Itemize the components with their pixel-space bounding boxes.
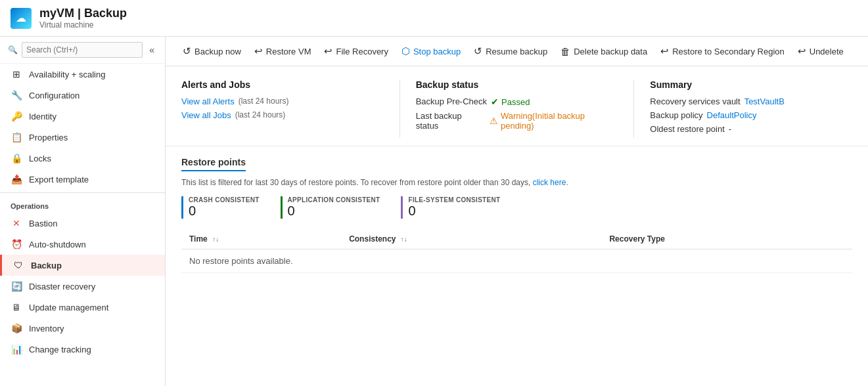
crash-value: 0 [189,204,260,219]
inventory-icon: 📦 [11,322,22,334]
file-recovery-button[interactable]: ↩ File Recovery [317,42,394,60]
sidebar-item-label: Locks [29,154,51,163]
undelete-button[interactable]: ↩ Undelete [791,42,850,60]
view-all-jobs-link[interactable]: View all Jobs [181,110,231,120]
restore-vm-button[interactable]: ↩ Restore VM [248,42,318,60]
search-container: 🔍 « [0,37,165,64]
time-column-header: Time ↑↓ [181,229,341,249]
fs-consistent-stat: FILE-SYSTEM CONSISTENT 0 [401,196,500,219]
locks-icon: 🔒 [11,152,22,164]
page-title: myVM | Backup [39,7,127,20]
last-backup-row: Last backup status ⚠ Warning(Initial bac… [416,111,618,131]
app-label: APPLICATION CONSISTENT [288,196,380,204]
fs-label: FILE-SYSTEM CONSISTENT [408,196,500,204]
stop-backup-icon: ⬡ [401,45,410,57]
time-sort-icon[interactable]: ↑↓ [212,236,219,243]
search-icon: 🔍 [8,45,18,54]
passed-icon: ✔ [491,96,499,107]
backup-status-title: Backup status [416,79,618,90]
delete-backup-data-button[interactable]: 🗑 Delete backup data [554,43,654,60]
backup-icon: 🛡 [12,259,24,271]
summary-panel: Summary Recovery services vault TestVaul… [650,79,852,138]
sidebar-item-change-tracking[interactable]: 📊 Change tracking [0,339,165,360]
table-header-row: Time ↑↓ Consistency ↑↓ Recovery Type [181,229,852,249]
sidebar-item-auto-shutdown[interactable]: ⏰ Auto-shutdown [0,234,165,255]
sidebar-item-label: Bastion [29,219,57,228]
click-here-link[interactable]: click here. [533,178,568,187]
stats-row: CRASH CONSISTENT 0 APPLICATION CONSISTEN… [181,196,852,219]
vm-icon: ☁ [11,8,32,29]
sidebar-item-label: Availability + scaling [29,70,105,79]
sidebar-item-backup[interactable]: 🛡 Backup [0,255,165,276]
sidebar: 🔍 « ⊞ Availability + scaling 🔧 Configura… [0,37,166,386]
restore-points-table: Time ↑↓ Consistency ↑↓ Recovery Type [181,229,852,273]
sidebar-item-properties[interactable]: 📋 Properties [0,127,165,148]
last-backup-value: ⚠ Warning(Initial backup pending) [490,111,618,131]
alerts-note: (last 24 hours) [239,96,289,106]
page-subtitle: Virtual machine [39,20,127,30]
sidebar-item-identity[interactable]: 🔑 Identity [0,106,165,127]
sidebar-settings-group: ⊞ Availability + scaling 🔧 Configuration… [0,64,165,190]
precheck-row: Backup Pre-Check ✔ Passed [416,96,618,107]
page-header: ☁ myVM | Backup Virtual machine [0,0,868,37]
crash-consistent-stat: CRASH CONSISTENT 0 [181,196,260,219]
sidebar-item-export-template[interactable]: 📤 Export template [0,169,165,190]
resume-backup-icon: ↺ [474,45,482,57]
oldest-row: Oldest restore point - [650,124,852,134]
identity-icon: 🔑 [11,110,22,122]
alerts-jobs-panel: Alerts and Jobs View all Alerts (last 24… [181,79,384,138]
oldest-label: Oldest restore point [650,124,724,134]
summary-title: Summary [650,79,852,90]
sidebar-item-configuration[interactable]: 🔧 Configuration [0,85,165,106]
sidebar-item-inventory[interactable]: 📦 Inventory [0,318,165,339]
vault-link[interactable]: TestVaultB [744,96,785,106]
sidebar-item-label: Change tracking [29,345,91,354]
restore-points-section: Restore points This list is filtered for… [166,146,868,284]
change-tracking-icon: 📊 [11,343,22,355]
sidebar-item-label: Backup [31,261,62,270]
toolbar: ↺ Backup now ↩ Restore VM ↩ File Recover… [166,37,868,66]
resume-backup-button[interactable]: ↺ Resume backup [467,42,554,60]
sidebar-item-label: Update management [29,303,108,312]
panel-divider-1 [400,79,400,138]
restore-secondary-region-button[interactable]: ↩ Restore to Secondary Region [654,42,791,60]
sidebar-item-disaster-recovery[interactable]: 🔄 Disaster recovery [0,276,165,297]
policy-row: Backup policy DefaultPolicy [650,110,852,120]
view-all-alerts-link[interactable]: View all Alerts [181,96,235,106]
no-data-message: No restore points available. [181,249,852,273]
sidebar-item-bastion[interactable]: ✕ Bastion [0,213,165,234]
bastion-icon: ✕ [11,217,22,229]
crash-label: CRASH CONSISTENT [189,196,260,204]
main-content: ↺ Backup now ↩ Restore VM ↩ File Recover… [166,37,868,386]
backup-now-button[interactable]: ↺ Backup now [176,42,248,60]
configuration-icon: 🔧 [11,89,22,101]
sidebar-item-locks[interactable]: 🔒 Locks [0,148,165,169]
sidebar-item-label: Auto-shutdown [29,240,86,249]
alerts-jobs-title: Alerts and Jobs [181,79,384,90]
app-value: 0 [288,204,380,219]
restore-secondary-icon: ↩ [660,45,669,57]
consistency-sort-icon[interactable]: ↑↓ [401,236,407,243]
vault-label: Recovery services vault [650,96,740,106]
main-layout: 🔍 « ⊞ Availability + scaling 🔧 Configura… [0,37,868,386]
properties-icon: 📋 [11,131,22,143]
delete-backup-icon: 🗑 [560,46,570,57]
disaster-recovery-icon: 🔄 [11,280,22,292]
sidebar-item-availability[interactable]: ⊞ Availability + scaling [0,64,165,85]
consistency-column-header: Consistency ↑↓ [341,229,601,249]
sidebar-item-label: Configuration [29,91,80,100]
restore-points-note: This list is filtered for last 30 days o… [181,178,852,187]
restore-points-title: Restore points [181,157,246,171]
sidebar-item-update-management[interactable]: 🖥 Update management [0,297,165,318]
jobs-note: (last 24 hours) [235,110,286,119]
policy-label: Backup policy [650,110,702,120]
stop-backup-button[interactable]: ⬡ Stop backup [395,42,467,60]
sidebar-item-label: Inventory [29,324,64,333]
oldest-value: - [729,124,731,134]
sidebar-collapse-button[interactable]: « [147,42,157,58]
last-backup-label: Last backup status [416,111,486,131]
auto-shutdown-icon: ⏰ [11,238,22,250]
policy-link[interactable]: DefaultPolicy [707,110,757,120]
update-management-icon: 🖥 [11,301,22,313]
search-input[interactable] [22,42,143,58]
